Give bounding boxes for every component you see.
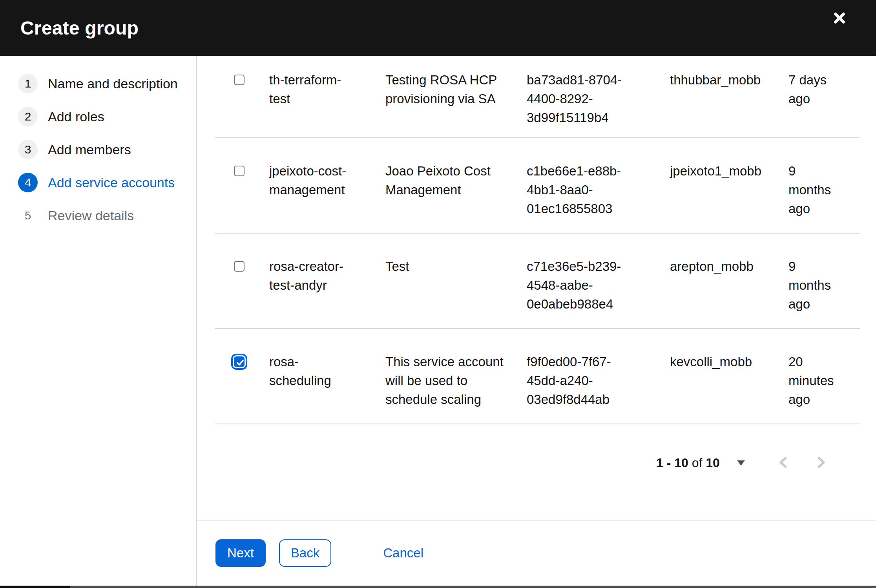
cell-client-id: c71e36e5-b239-4548-aabe-0e0abeb988e4 (527, 257, 670, 328)
page-title: Create group (20, 17, 139, 39)
cell-client-id: c1be66e1-e88b-4bb1-8aa0-01ec16855803 (527, 162, 670, 233)
cell-owner: thhubbar_mobb (670, 71, 788, 137)
pagination-total: 10 (706, 456, 720, 470)
cell-description: Test (385, 257, 527, 328)
chevron-right-icon (814, 455, 828, 471)
step-3-number: 3 (18, 140, 38, 159)
step-2-number: 2 (18, 107, 38, 126)
pagination-next-button[interactable] (812, 454, 830, 471)
window-bottom-edge (0, 586, 876, 588)
create-group-wizard: Create group 1 Name and description 2 Ad… (0, 0, 876, 588)
back-button[interactable]: Back (279, 539, 331, 567)
pagination-range-values: 1 - 10 (656, 456, 688, 470)
window-bottom-edge-dark-segment (0, 586, 70, 588)
caret-down-icon (737, 460, 745, 466)
step-4-number: 4 (18, 173, 38, 192)
cell-description: Joao Peixoto Cost Management (385, 162, 527, 233)
wizard-steps-sidebar: 1 Name and description 2 Add roles 3 Add… (0, 56, 197, 586)
service-accounts-table: th-terraform-test Testing ROSA HCP provi… (215, 56, 860, 424)
cell-name: jpeixoto-cost-management (269, 162, 385, 233)
cell-owner: arepton_mobb (670, 257, 788, 328)
cell-checkbox (215, 352, 269, 424)
step-1-number: 1 (18, 74, 38, 93)
table-row: rosa-creator-test-andyr Test c71e36e5-b2… (215, 234, 860, 329)
wizard-footer: Next Back Cancel (197, 520, 876, 586)
pagination-range: 1 - 10 of 10 (656, 456, 720, 470)
row-checkbox[interactable] (234, 356, 245, 367)
pagination-prev-button[interactable] (775, 454, 792, 471)
step-1-label: Name and description (48, 76, 178, 91)
step-5-number: 5 (18, 206, 38, 225)
table-row: rosa-scheduling This service account wil… (215, 329, 860, 424)
step-add-roles[interactable]: 2 Add roles (0, 107, 196, 126)
close-button[interactable] (828, 7, 851, 30)
cell-time-created: 9 months ago (788, 257, 860, 328)
cell-time-created: 9 months ago (788, 162, 860, 233)
chevron-left-icon (776, 455, 790, 471)
step-5-label: Review details (48, 208, 134, 223)
step-review-details[interactable]: 5 Review details (0, 206, 196, 225)
step-3-label: Add members (48, 142, 131, 157)
steps-list: 1 Name and description 2 Add roles 3 Add… (0, 56, 196, 225)
row-checkbox[interactable] (234, 75, 245, 85)
cell-name: th-terraform-test (269, 71, 385, 137)
cell-description: This service account will be used to sch… (385, 352, 527, 424)
cell-checkbox (215, 162, 269, 233)
cell-owner: kevcolli_mobb (670, 352, 788, 424)
row-checkbox[interactable] (234, 261, 245, 272)
table-row: th-terraform-test Testing ROSA HCP provi… (215, 56, 860, 138)
step-add-members[interactable]: 3 Add members (0, 140, 196, 159)
step-name-and-description[interactable]: 1 Name and description (0, 74, 196, 93)
cell-client-id: f9f0ed00-7f67-45dd-a240-03ed9f8d44ab (527, 352, 670, 424)
step-add-service-accounts[interactable]: 4 Add service accounts (0, 173, 196, 192)
step-2-label: Add roles (48, 109, 104, 124)
cell-checkbox (215, 257, 269, 328)
modal-header: Create group (0, 0, 876, 56)
next-button[interactable]: Next (215, 539, 266, 567)
cell-owner: jpeixoto1_mobb (670, 162, 788, 233)
cell-checkbox (215, 71, 269, 137)
close-icon (832, 11, 847, 27)
cell-description: Testing ROSA HCP provisioning via SA (385, 71, 527, 137)
cell-time-created: 20 minutes ago (788, 352, 860, 424)
cell-name: rosa-scheduling (269, 352, 385, 424)
cell-time-created: 7 days ago (788, 71, 860, 137)
cell-client-id: ba73ad81-8704-4400-8292-3d99f15119b4 (527, 71, 670, 137)
cell-name: rosa-creator-test-andyr (269, 257, 385, 328)
pagination: 1 - 10 of 10 (656, 454, 830, 472)
table-row: jpeixoto-cost-management Joao Peixoto Co… (215, 138, 860, 234)
cancel-button[interactable]: Cancel (383, 539, 423, 567)
pagination-of-label: of (688, 456, 706, 470)
pagination-per-page-toggle[interactable] (733, 455, 749, 471)
step-4-label: Add service accounts (48, 175, 175, 190)
row-checkbox[interactable] (234, 166, 245, 176)
